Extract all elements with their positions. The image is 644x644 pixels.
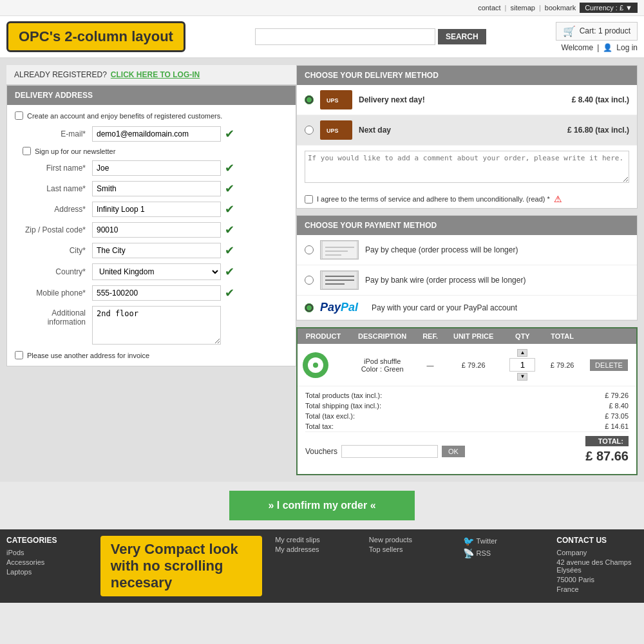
phone-field[interactable] <box>92 285 221 301</box>
firstname-field[interactable] <box>92 160 221 176</box>
cart-info[interactable]: 🛒 Cart: 1 product <box>556 22 638 41</box>
delivery-price-2: £ 16.80 (tax incl.) <box>567 126 629 135</box>
twitter-label: Twitter <box>477 537 497 545</box>
qty-up-button[interactable]: ▲ <box>517 349 527 357</box>
payment-option-paypal[interactable]: PayPal Pay with your card or your PayPal… <box>297 296 637 320</box>
product-unit-price-cell: £ 79.26 <box>445 344 502 386</box>
comment-textarea[interactable] <box>305 151 629 183</box>
lastname-row: Last name* ✔ <box>15 181 288 196</box>
compact-label: Very Compact look with no scrolling nece… <box>100 536 262 596</box>
email-row: E-mail* ✔ <box>15 126 288 142</box>
bookmark-link[interactable]: bookmark <box>545 4 576 12</box>
additional-input-wrap: 2nd floor <box>92 306 288 345</box>
city-input-wrap: ✔ <box>92 243 288 258</box>
country-input-wrap: United Kingdom ✔ <box>92 263 288 280</box>
delivery-option-1[interactable]: UPS Delivery next day! £ 8.40 (tax incl.… <box>297 85 637 115</box>
logo-area: OPC's 2-column layout <box>6 21 185 52</box>
lastname-field[interactable] <box>92 181 221 196</box>
delivery-radio-1[interactable] <box>305 95 314 104</box>
payment-option-wire[interactable]: Pay by bank wire (order process will be … <box>297 265 637 296</box>
total-tax-row: Total tax: £ 14.61 <box>305 421 629 431</box>
terms-text: I agree to the terms of service and adhe… <box>317 195 550 203</box>
terms-row: I agree to the terms of service and adhe… <box>297 190 637 208</box>
additional-textarea[interactable]: 2nd floor <box>92 306 221 345</box>
footer-ipods-link[interactable]: iPods <box>6 549 88 556</box>
footer-address-1: 42 avenue des Champs Elysées <box>556 558 638 574</box>
newsletter-checkbox[interactable] <box>23 147 31 155</box>
qty-down-button[interactable]: ▼ <box>517 373 527 381</box>
footer-my-account: My credit slips My addresses <box>275 536 356 596</box>
total-excl-label: Total (tax excl.): <box>305 412 355 420</box>
total-tax-value: £ 14.61 <box>605 422 629 430</box>
country-select[interactable]: United Kingdom <box>92 263 221 280</box>
comment-area <box>305 151 629 185</box>
payment-label-paypal: Pay with your card or your PayPal accoun… <box>372 303 629 312</box>
footer-compact-label-area: Very Compact look with no scrolling nece… <box>100 536 262 596</box>
footer-twitter-link[interactable]: 🐦 Twitter <box>463 536 544 546</box>
svg-text:UPS: UPS <box>327 128 339 134</box>
payment-radio-cheque[interactable] <box>305 245 314 254</box>
delivery-radio-2[interactable] <box>305 126 314 135</box>
terms-checkbox[interactable] <box>305 195 313 204</box>
email-label: E-mail* <box>15 129 92 138</box>
confirm-section: » I confirm my order « <box>0 482 644 529</box>
delivery-label-1: Delivery next day! <box>359 95 565 104</box>
payment-option-cheque[interactable]: Pay by cheque (order process will be lon… <box>297 235 637 265</box>
newsletter-row: Sign up for our newsletter <box>15 147 288 155</box>
voucher-input[interactable] <box>341 445 438 458</box>
total-tax-label: Total tax: <box>305 422 334 430</box>
payment-label-wire: Pay by bank wire (order process will be … <box>365 276 629 285</box>
email-field[interactable] <box>92 126 221 142</box>
product-qty-cell: ▲ ▼ <box>502 344 544 386</box>
product-description-cell: iPod shuffle Color : Green <box>349 344 416 386</box>
product-name: iPod shuffle <box>354 357 411 365</box>
email-check-icon: ✔ <box>225 127 234 141</box>
qty-down-arrows: ▼ <box>517 373 527 381</box>
footer-addresses-link[interactable]: My addresses <box>275 545 356 553</box>
contact-link[interactable]: contact <box>478 4 500 12</box>
delivery-body: Create an account and enjoy benefits of … <box>7 105 296 366</box>
address-field[interactable] <box>92 202 221 217</box>
voucher-label: Vouchers <box>305 447 337 456</box>
additional-label: Additional information <box>15 306 92 327</box>
person-icon: 👤 <box>603 43 612 52</box>
footer-top-sellers-link[interactable]: Top sellers <box>369 545 450 553</box>
voucher-ok-button[interactable]: OK <box>442 446 465 457</box>
col-total: TOTAL <box>543 328 582 344</box>
payment-label-cheque: Pay by cheque (order process will be lon… <box>365 245 629 254</box>
sitemap-link[interactable]: sitemap <box>510 4 535 12</box>
qty-input[interactable] <box>509 358 535 372</box>
invoice-checkbox[interactable] <box>15 351 23 359</box>
payment-method-section: CHOOSE YOUR PAYMENT METHOD Pay by cheque… <box>296 215 638 321</box>
top-bar: contact | sitemap | bookmark Currency : … <box>0 0 644 16</box>
confirm-order-button[interactable]: » I confirm my order « <box>229 491 414 520</box>
footer-new-products-link[interactable]: New products <box>369 536 450 544</box>
footer-accessories-link[interactable]: Accessories <box>6 558 88 566</box>
search-input[interactable] <box>255 28 435 45</box>
footer-social: 🐦 Twitter 📡 RSS <box>463 536 544 596</box>
create-account-checkbox[interactable] <box>15 111 23 120</box>
search-button[interactable]: SEARCH <box>438 29 486 44</box>
zip-field[interactable] <box>92 222 221 238</box>
product-thumbnail <box>303 352 328 378</box>
login-here-link[interactable]: CLICK HERE TO LOG-IN <box>111 70 200 79</box>
delivery-option-2[interactable]: UPS Next day £ 16.80 (tax incl.) <box>297 115 637 146</box>
footer-laptops-link[interactable]: Laptops <box>6 568 88 576</box>
payment-radio-wire[interactable] <box>305 276 314 285</box>
city-check-icon: ✔ <box>225 243 234 258</box>
delivery-img-1: UPS <box>320 90 352 109</box>
delivery-address-header: DELIVERY ADDRESS <box>7 86 296 105</box>
delivery-method-section: CHOOSE YOUR DELIVERY METHOD UPS Delivery… <box>296 65 638 209</box>
delete-button[interactable]: DELETE <box>590 359 628 371</box>
currency-button[interactable]: Currency : £ ▼ <box>580 3 638 13</box>
footer-rss-link[interactable]: 📡 RSS <box>463 548 544 558</box>
payment-radio-paypal[interactable] <box>305 303 314 312</box>
welcome-text: Welcome <box>561 43 593 52</box>
cheque-img <box>320 240 359 260</box>
footer-credit-slips-link[interactable]: My credit slips <box>275 536 356 544</box>
address-label: Address* <box>15 205 92 214</box>
login-link[interactable]: Log in <box>616 43 638 52</box>
col-ref: REF. <box>415 328 444 344</box>
grand-total-area: TOTAL: £ 87.66 <box>585 436 629 466</box>
city-field[interactable] <box>92 243 221 258</box>
